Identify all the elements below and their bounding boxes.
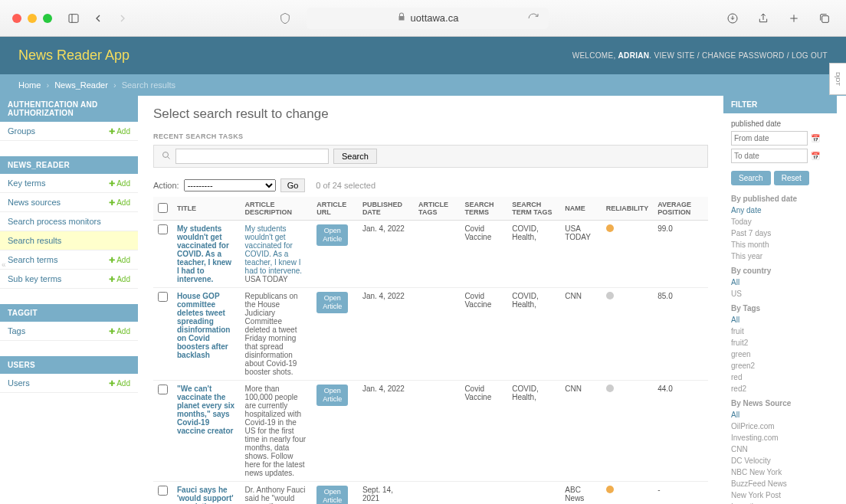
result-title-link[interactable]: "We can't vaccinate the planet every six…: [177, 385, 236, 435]
filter-link[interactable]: New York Post: [723, 489, 837, 501]
filter-link[interactable]: Investing.com: [723, 501, 837, 504]
url-bar[interactable]: uottawa.ca: [307, 8, 549, 29]
calendar-icon[interactable]: 📅: [811, 134, 820, 142]
add-link[interactable]: ✚ Add: [109, 256, 130, 264]
add-link[interactable]: ✚ Add: [109, 379, 130, 388]
share-icon[interactable]: [754, 9, 772, 28]
open-article-button[interactable]: OpenArticle: [316, 385, 348, 406]
search-terms: Covid Vaccine: [460, 381, 507, 482]
col-title[interactable]: TITLE: [172, 197, 241, 221]
sidebar-item-news-3: Search results: [0, 231, 138, 250]
search-button[interactable]: Search: [333, 149, 377, 164]
to-date-input[interactable]: [731, 149, 808, 163]
filter-link[interactable]: All: [723, 277, 837, 288]
filter-link[interactable]: DC Velocity: [723, 455, 837, 466]
open-article-button[interactable]: OpenArticle: [316, 292, 348, 313]
username: ADRIAN: [618, 51, 650, 60]
row-checkbox[interactable]: [158, 486, 168, 496]
filter-link[interactable]: All: [723, 314, 837, 326]
view-site-link[interactable]: VIEW SITE: [654, 51, 694, 60]
back-button[interactable]: [89, 9, 107, 28]
new-tab-icon[interactable]: [785, 9, 803, 28]
forward-button[interactable]: [113, 9, 132, 28]
filter-link[interactable]: fruit2: [723, 337, 837, 349]
filter-link[interactable]: green2: [723, 360, 837, 371]
open-article-button[interactable]: OpenArticle: [316, 224, 348, 246]
sidebar-link[interactable]: Search process monitors: [8, 217, 101, 226]
close-window[interactable]: [12, 14, 21, 23]
filter-link[interactable]: green: [723, 349, 837, 360]
row-checkbox[interactable]: [158, 224, 168, 234]
sidebar-link[interactable]: News sources: [8, 198, 61, 207]
go-button[interactable]: Go: [280, 178, 306, 192]
filter-link[interactable]: OilPrice.com: [723, 421, 837, 432]
col-url[interactable]: ARTICLE URL: [312, 197, 358, 221]
filter-link[interactable]: red: [723, 371, 837, 383]
downloads-icon[interactable]: [723, 9, 742, 28]
filter-link[interactable]: red2: [723, 383, 837, 394]
reload-icon[interactable]: [524, 9, 543, 28]
tabs-icon[interactable]: [815, 9, 834, 28]
add-link[interactable]: ✚ Add: [109, 327, 130, 335]
col-rel[interactable]: RELIABILITY: [602, 197, 654, 221]
filter-link[interactable]: Investing.com: [723, 432, 837, 443]
calendar-icon[interactable]: 📅: [811, 152, 820, 160]
filter-link[interactable]: NBC New York: [723, 466, 837, 478]
filter-link[interactable]: All: [723, 409, 837, 421]
filter-link[interactable]: CNN: [723, 443, 837, 455]
select-all-checkbox[interactable]: [158, 203, 168, 213]
action-select[interactable]: ---------: [184, 179, 276, 191]
result-title-link[interactable]: Fauci says he 'would support' mandating …: [177, 486, 236, 504]
sidebar-item-taggit-0: Tags✚ Add: [0, 322, 138, 341]
col-name[interactable]: NAME: [560, 197, 601, 221]
row-checkbox[interactable]: [158, 292, 168, 302]
result-title-link[interactable]: My students wouldn't get vaccinated for …: [177, 224, 236, 283]
maximize-window[interactable]: [43, 14, 52, 23]
filter-link[interactable]: fruit: [723, 326, 837, 337]
collapse-sidebar-icon[interactable]: «: [2, 260, 6, 269]
sidebar-toggle-icon[interactable]: [64, 9, 83, 28]
row-checkbox[interactable]: [158, 385, 168, 394]
shield-icon[interactable]: [276, 9, 294, 28]
add-link[interactable]: ✚ Add: [109, 275, 130, 283]
filter-reset-button[interactable]: Reset: [774, 171, 809, 185]
result-title-link[interactable]: House GOP committee deletes tweet spread…: [177, 292, 236, 359]
pubdate-label: published date: [723, 119, 837, 128]
filter-link[interactable]: Past 7 days: [723, 227, 837, 239]
col-tags[interactable]: ARTICLE TAGS: [414, 197, 460, 221]
filter-link[interactable]: This month: [723, 239, 837, 250]
filter-link[interactable]: BuzzFeed News: [723, 478, 837, 489]
add-link[interactable]: ✚ Add: [109, 127, 130, 136]
breadcrumb-section[interactable]: News_Reader: [54, 80, 108, 90]
sidebar-link[interactable]: Sub key terms: [8, 274, 61, 283]
filter-group-title: By country: [723, 262, 837, 277]
col-desc[interactable]: ARTICLE DESCRIPTION: [241, 197, 313, 221]
add-link[interactable]: ✚ Add: [109, 179, 130, 188]
from-date-input[interactable]: [731, 131, 808, 146]
sidebar-link[interactable]: Groups: [8, 126, 35, 136]
sidebar-link[interactable]: Key terms: [8, 178, 46, 188]
sidebar-link[interactable]: Tags: [8, 326, 25, 335]
avg-position: 99.0: [653, 221, 708, 288]
filter-link[interactable]: Today: [723, 216, 837, 227]
filter-link[interactable]: This year: [723, 250, 837, 262]
sidebar-link[interactable]: Users: [8, 378, 30, 388]
breadcrumb-home[interactable]: Home: [18, 80, 41, 90]
filter-header: FILTER: [723, 96, 837, 113]
search-input[interactable]: [175, 149, 329, 164]
logout-link[interactable]: LOG OUT: [792, 51, 828, 60]
change-password-link[interactable]: CHANGE PASSWORD: [702, 51, 785, 60]
open-article-button[interactable]: OpenArticle: [316, 486, 348, 504]
filter-search-button[interactable]: Search: [731, 171, 771, 185]
col-sterms[interactable]: SEARCH TERMS: [460, 197, 507, 221]
col-pubdate[interactable]: PUBLISHED DATE: [358, 197, 414, 221]
minimize-window[interactable]: [28, 14, 37, 23]
add-link[interactable]: ✚ Add: [109, 198, 130, 207]
sidebar-link[interactable]: Search results: [8, 236, 61, 245]
sidebar-link[interactable]: Search terms: [8, 255, 57, 264]
col-pos[interactable]: AVERAGE POSITION: [653, 197, 708, 221]
filter-link[interactable]: Any date: [723, 205, 837, 216]
djdt-toggle[interactable]: DjDT: [829, 63, 846, 95]
col-stags[interactable]: SEARCH TERM TAGS: [507, 197, 560, 221]
filter-link[interactable]: US: [723, 288, 837, 299]
